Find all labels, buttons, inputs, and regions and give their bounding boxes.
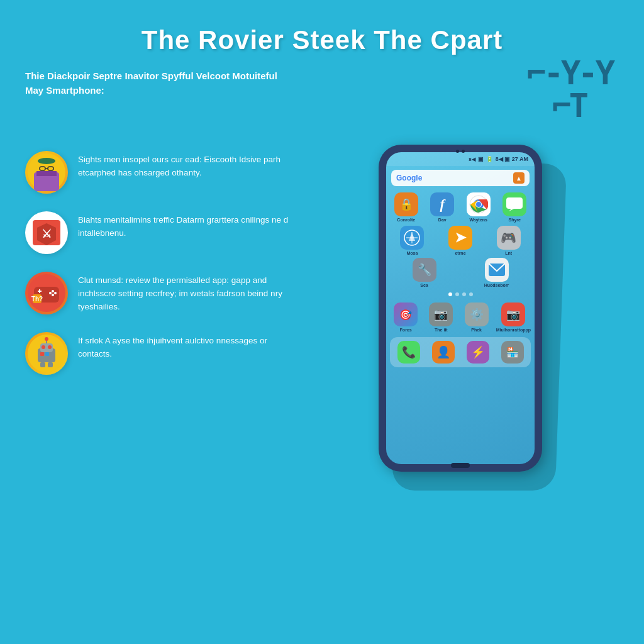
svg-point-18 — [54, 292, 57, 294]
app-the-iit-label: The iit — [435, 328, 448, 332]
dot-1 — [448, 292, 452, 296]
app-phek-label: Phek — [471, 328, 482, 332]
app-miulhon[interactable]: 📷 Miulhonrattoppp — [496, 303, 531, 332]
app-sca-icon: 🔧 — [413, 258, 436, 282]
dock-contacts-icon: 👤 — [432, 341, 455, 364]
dock-shop-icon: 🏪 — [501, 341, 524, 364]
dock-shop[interactable]: 🏪 — [496, 341, 528, 364]
app-huodseborr[interactable]: Huodseborr — [462, 258, 531, 287]
app-grid-row4: 🎯 Forcs 📷 The iit — [386, 300, 535, 335]
svg-marker-39 — [509, 209, 514, 211]
app-huodseborr-label: Huodseborr — [484, 283, 509, 287]
dock-flash-icon: ⚡ — [467, 341, 489, 364]
status-wifi: ▣ — [478, 156, 484, 162]
page-container: The Rovier Steek The Cpart Thie Diackpoi… — [0, 0, 644, 644]
dot-2 — [455, 292, 459, 296]
page-title: The Rovier Steek The Cpart — [25, 25, 619, 55]
dock-phone-icon: 📞 — [397, 341, 420, 364]
app-dav-label: Dav — [438, 218, 447, 222]
svg-point-37 — [476, 202, 481, 207]
bullet-icon-3: Th? — [25, 272, 68, 314]
bullet-icon-1 — [25, 151, 68, 194]
svg-point-17 — [52, 290, 54, 292]
deco-text: ⌐-Y-Y ⌐T — [526, 57, 613, 122]
app-lnt-icon: 🎮 — [497, 226, 521, 250]
app-forcs-label: Forcs — [400, 328, 412, 332]
app-grid-row1: 🔒 Conrolte f Dav — [386, 190, 535, 225]
svg-rect-33 — [48, 362, 53, 367]
robot-icon — [28, 335, 65, 372]
app-conrolte[interactable]: 🔒 Conrolte — [390, 192, 423, 222]
app-etrne[interactable]: ➤ etrne — [438, 226, 483, 255]
svg-point-19 — [49, 292, 52, 294]
app-waytens-label: Waytens — [469, 218, 487, 222]
camera-dot-2 — [462, 150, 465, 153]
app-lnt-label: Lnt — [505, 251, 512, 255]
app-phek-icon: ⚙️ — [465, 303, 489, 326]
bullet-list: Sights men insopel ours cur ead: Eiscoot… — [25, 145, 302, 644]
app-waytens-icon — [467, 192, 491, 216]
bullet-text-2: Biahts menitalimins treffic Datarm grart… — [78, 211, 302, 240]
dock-contacts[interactable]: 👤 — [427, 341, 459, 364]
subtitle-text: Thie Diackpoir Septre Inavitor Spyfful V… — [25, 69, 289, 97]
bullet-text-4: If srlok A ayse the ihjuihvent aulctivo … — [78, 332, 302, 361]
app-conrolte-label: Conrolte — [397, 218, 415, 222]
app-sca-label: Sca — [420, 283, 428, 287]
dock-flash[interactable]: ⚡ — [462, 341, 494, 364]
svg-rect-38 — [506, 197, 523, 209]
google-search-bar[interactable]: Google ▲ — [391, 170, 530, 186]
svg-rect-32 — [40, 362, 45, 367]
app-grid-row2: Mosa ➤ etrne — [386, 225, 535, 257]
phone-area: 8◀ ▣ 🔋 8◀ ▣ 27 AM Google ▲ — [302, 145, 619, 644]
svg-point-27 — [48, 345, 52, 349]
app-dav-icon: f — [430, 192, 454, 216]
app-phek[interactable]: ⚙️ Phek — [461, 303, 492, 332]
app-miulhon-icon: 📷 — [501, 303, 525, 326]
person-icon — [28, 153, 65, 191]
app-the-iit-icon: 📷 — [429, 303, 453, 326]
svg-rect-30 — [40, 352, 44, 356]
app-sca[interactable]: 🔧 Sca — [390, 258, 458, 287]
camera-dot-1 — [456, 150, 459, 153]
content-area: Sights men insopel ours cur ead: Eiscoot… — [0, 145, 644, 644]
svg-text:⚔: ⚔ — [42, 228, 52, 240]
bullet-item-1: Sights men insopel ours cur ead: Eiscoot… — [25, 151, 302, 194]
app-dav[interactable]: f Dav — [426, 192, 459, 222]
app-etrne-icon: ➤ — [448, 226, 472, 250]
svg-point-26 — [42, 345, 45, 349]
svg-rect-16 — [39, 289, 40, 293]
phone-body: 8◀ ▣ 🔋 8◀ ▣ 27 AM Google ▲ — [379, 145, 542, 472]
bullet-icon-4 — [25, 332, 68, 375]
phone-wrapper: 8◀ ▣ 🔋 8◀ ▣ 27 AM Google ▲ — [379, 145, 555, 497]
bullet-item-4: If srlok A ayse the ihjuihvent aulctivo … — [25, 332, 302, 375]
bullet-text-1: Sights men insopel ours cur ead: Eiscoot… — [78, 151, 302, 180]
app-conrolte-icon: 🔒 — [394, 192, 418, 216]
app-the-iit[interactable]: 📷 The iit — [425, 303, 457, 332]
app-shyre[interactable]: Shyre — [499, 192, 531, 222]
phone-camera — [456, 150, 465, 153]
app-mosa-label: Mosa — [406, 251, 418, 255]
app-forcs[interactable]: 🎯 Forcs — [390, 303, 421, 332]
page-dots — [386, 292, 535, 296]
app-icon: Th? — [28, 274, 65, 312]
dot-4 — [469, 292, 473, 296]
bullet-item-2: ⚔ Biahts menitalimins treffic Datarm gra… — [25, 211, 302, 254]
google-app-icon: ▲ — [513, 172, 525, 184]
app-etrne-label: etrne — [455, 251, 465, 255]
home-button[interactable] — [451, 463, 470, 468]
bullet-item-3: Th? Clut munsd: review the permisalled a… — [25, 272, 302, 314]
svg-point-20 — [52, 294, 54, 296]
svg-point-29 — [45, 337, 48, 341]
status-battery: 🔋 — [486, 156, 493, 162]
dock-phone[interactable]: 📞 — [392, 341, 425, 364]
svg-rect-31 — [45, 352, 49, 356]
app-waytens[interactable]: Waytens — [462, 192, 495, 222]
app-mosa[interactable]: Mosa — [390, 226, 435, 255]
app-lnt[interactable]: 🎮 Lnt — [486, 226, 531, 255]
dot-3 — [462, 292, 466, 296]
app-mosa-icon — [400, 226, 424, 250]
svg-rect-5 — [42, 158, 52, 164]
status-bar: 8◀ ▣ 🔋 8◀ ▣ 27 AM — [386, 152, 535, 166]
app-forcs-icon: 🎯 — [394, 303, 418, 326]
app-huodseborr-icon — [485, 258, 509, 282]
